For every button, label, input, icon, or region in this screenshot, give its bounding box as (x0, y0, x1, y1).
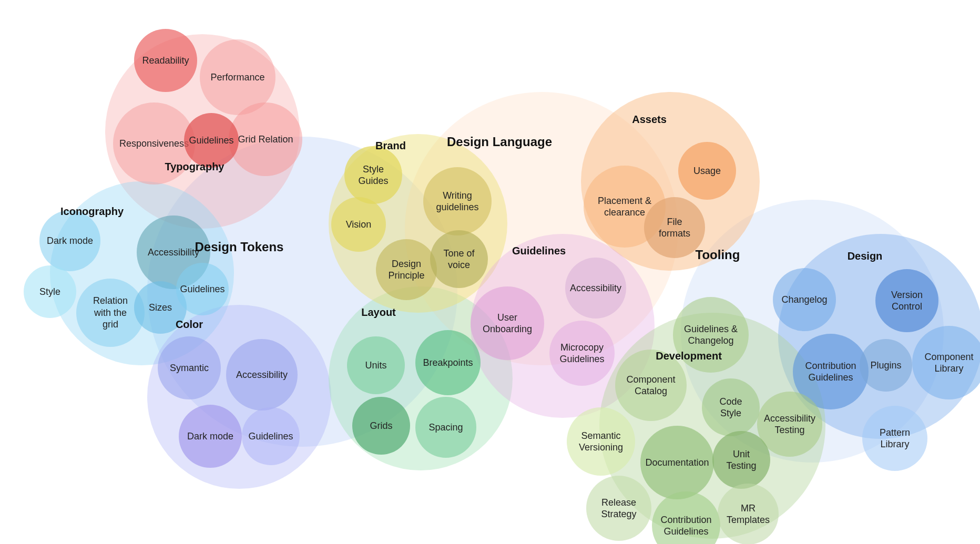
bubble-diagram: ReadabilityPerformanceResponsivenessGuid… (0, 0, 980, 544)
bubble-label: Guidelines (245, 430, 296, 443)
bubble-pattern-library: Pattern Library (862, 406, 927, 471)
bubble-label: Component Catalog (623, 374, 678, 397)
bubble-label: Grids (366, 420, 395, 432)
bubble-label: Version Control (888, 289, 926, 313)
bubble-guidelines-changelog: Guidelines & Changelog (673, 297, 749, 373)
bubble-label: Changelog (778, 294, 830, 306)
bubble-grids: Grids (352, 397, 410, 455)
bubble-label: Plugins (867, 360, 904, 372)
bubble-microcopy: Microcopy Guidelines (549, 321, 615, 386)
bubble-label: Microcopy Guidelines (556, 342, 607, 365)
bubble-label: Placement & clearance (595, 195, 655, 219)
bubble-label: Breakpoints (420, 357, 476, 369)
bubble-responsiveness: Responsiveness (113, 102, 195, 184)
bubble-label: Usage (690, 165, 724, 177)
bubble-mr-templates: MR Templates (718, 484, 779, 544)
bubble-label: User Onboarding (479, 312, 535, 335)
bubble-grid-relation: Grid Relation (229, 102, 302, 176)
bubble-accessibility-color: Accessibility (226, 339, 298, 410)
bubble-vision: Vision (331, 197, 386, 252)
bubble-documentation: Documentation (640, 426, 714, 499)
bubble-component-catalog: Component Catalog (615, 350, 687, 421)
bubble-dark-mode-icon: Dark mode (39, 210, 100, 271)
bubble-component-library: Component Library (912, 326, 980, 399)
bubble-icon-guidelines: Guidelines (176, 263, 229, 315)
bubble-semantic-versioning: Semantic Versioning (567, 407, 635, 476)
bubble-label: Writing guidelines (433, 190, 482, 213)
bubble-label: Dark mode (184, 430, 237, 443)
bubble-typo-guidelines: Guidelines (184, 113, 239, 168)
bubble-label: Semantic Versioning (576, 430, 626, 454)
bubble-label: Pattern Library (876, 427, 913, 450)
bubble-label: Design Principle (385, 258, 427, 282)
bubble-label: Unit Testing (723, 448, 759, 472)
bubble-label: Performance (207, 71, 268, 84)
bubble-label: Guidelines & Changelog (681, 323, 741, 347)
bubble-label: Readability (139, 55, 192, 67)
bubble-label: File formats (656, 216, 693, 240)
bubble-label: Contribution Guidelines (802, 360, 859, 384)
bubble-breakpoints: Breakpoints (415, 330, 481, 395)
bubble-label: Contribution Guidelines (657, 514, 714, 538)
bubble-color-guidelines: Guidelines (242, 407, 300, 465)
bubble-label: Component Library (921, 351, 976, 375)
bubble-release-strategy: Release Strategy (586, 476, 651, 541)
bubble-label: Documentation (642, 457, 712, 469)
bubble-label: Guidelines (186, 135, 237, 147)
bubble-usage: Usage (678, 142, 736, 200)
bubble-label: Dark mode (44, 235, 96, 247)
bubble-symantic: Symantic (158, 336, 221, 399)
bubble-label: Style (36, 286, 64, 298)
bubble-spacing: Spacing (415, 397, 476, 458)
bubble-tone-of-voice: Tone of voice (430, 230, 488, 288)
bubble-label: Symantic (167, 362, 212, 374)
bubble-design-principle: Design Principle (376, 239, 437, 300)
bubble-user-onboarding: User Onboarding (471, 286, 544, 360)
bubble-label: MR Templates (723, 502, 773, 526)
bubble-changelog: Changelog (773, 268, 836, 331)
bubble-label: Accessibility (145, 247, 202, 259)
bubble-label: Responsiveness (116, 138, 192, 150)
bubble-label: Grid Relation (234, 134, 296, 146)
bubble-label: Accessibility (567, 282, 625, 294)
bubble-file-formats: File formats (644, 197, 705, 258)
bubble-label: Accessibility Testing (761, 413, 819, 436)
bubble-version-control: Version Control (875, 269, 938, 332)
bubble-label: Accessibility (233, 369, 291, 381)
bubble-label: Release Strategy (598, 497, 639, 520)
bubble-label: Sizes (146, 302, 175, 314)
bubble-writing-guidelines: Writing guidelines (423, 167, 492, 235)
bubble-label: Code Style (716, 396, 745, 419)
bubble-style: Style (24, 265, 76, 318)
bubble-label: Guidelines (177, 283, 228, 295)
bubble-label: Vision (343, 219, 375, 231)
bubble-label: Tone of voice (440, 248, 477, 271)
bubble-label: Relation with the grid (90, 295, 131, 331)
bubble-label: Units (362, 360, 390, 372)
bubble-readability: Readability (134, 29, 197, 92)
bubble-code-style: Code Style (702, 378, 760, 436)
bubble-unit-testing: Unit Testing (712, 431, 770, 489)
bubble-dark-mode-color: Dark mode (179, 405, 242, 468)
bubble-plugins: Plugins (860, 339, 912, 392)
bubble-style-guides: Style Guides (344, 146, 402, 204)
bubble-units: Units (347, 336, 405, 394)
bubble-label: Spacing (425, 422, 466, 434)
bubble-accessibility-guide: Accessibility (565, 258, 626, 319)
bubble-label: Style Guides (355, 163, 391, 187)
